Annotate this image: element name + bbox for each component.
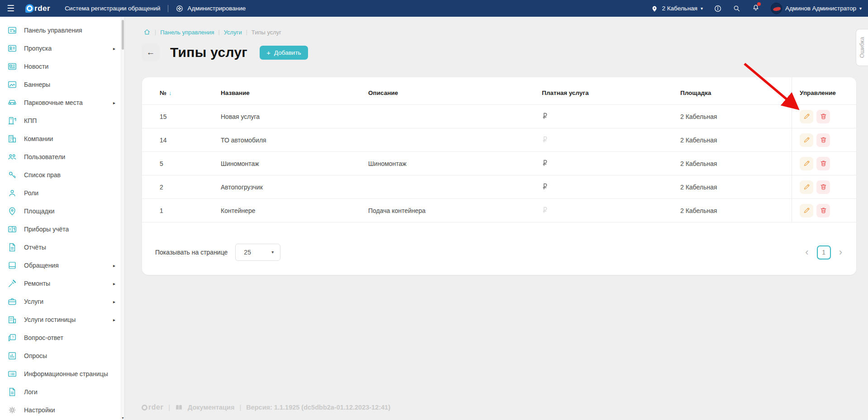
column-header-name: Название — [221, 86, 368, 96]
add-button[interactable]: + Добавить — [260, 46, 308, 60]
prev-page-button[interactable]: ‹ — [804, 247, 809, 257]
sidebar-item-companies[interactable]: Компании — [0, 130, 121, 148]
cell-manage — [792, 105, 856, 128]
trash-icon — [820, 183, 827, 191]
sidebar-item-info-pages[interactable]: Информационные страницы — [0, 365, 121, 383]
sidebar-item-requests[interactable]: Обращения ▸ — [0, 256, 121, 274]
app-logo: rder — [25, 4, 50, 13]
sidebar-item-users[interactable]: Пользователи — [0, 148, 121, 166]
trash-icon — [820, 160, 827, 167]
breadcrumb-link-dashboard[interactable]: Панель управления — [160, 29, 214, 36]
sidebar-item-settings[interactable]: Настройки — [0, 401, 121, 419]
cell-site: 2 Кабельная — [680, 137, 792, 144]
search-icon[interactable] — [733, 5, 741, 13]
meter-icon — [7, 224, 17, 234]
delete-service-button[interactable] — [816, 133, 830, 147]
location-selector[interactable]: 2 Кабельная ▾ — [650, 5, 703, 13]
cell-description: Подача контейнера — [368, 207, 542, 214]
id-card-icon — [7, 43, 17, 53]
chevron-right-icon: ▸ — [113, 299, 115, 304]
pagination-row: Показывать на странице 25 ▾ ‹ 1 › — [155, 242, 843, 262]
error-feedback-tab[interactable]: Ошибка — [856, 29, 868, 66]
footer-logo: rder — [142, 403, 163, 411]
cell-manage — [792, 152, 856, 175]
sidebar-item-checkpoint[interactable]: КПП — [0, 112, 121, 130]
cell-number: 1 — [160, 207, 221, 214]
sidebar-item-faq[interactable]: ? Вопрос-ответ — [0, 329, 121, 347]
sidebar-item-dashboard[interactable]: Панель управления — [0, 21, 121, 39]
screwdriver-icon — [7, 278, 17, 288]
plus-icon: + — [266, 49, 270, 56]
hamburger-menu-icon[interactable]: ☰ — [7, 4, 14, 13]
column-header-paid: Платная услуга — [542, 86, 680, 96]
scrollbar-thumb[interactable] — [122, 20, 124, 50]
ruble-icon — [542, 112, 680, 121]
sidebar-item-news[interactable]: Новости — [0, 57, 121, 76]
gate-icon — [7, 116, 17, 126]
section-administration[interactable]: Администрирование — [175, 5, 246, 13]
next-page-button[interactable]: › — [838, 247, 843, 257]
sidebar-item-sites[interactable]: Площадки — [0, 202, 121, 220]
edit-service-button[interactable] — [800, 157, 813, 170]
main-content: | Панель управления | Услуги | Типы услу… — [125, 17, 868, 420]
table-header: №↓ Название Описание Платная услуга Площ… — [142, 77, 856, 105]
sidebar-item-banners[interactable]: Баннеры — [0, 76, 121, 94]
sidebar-item-passes[interactable]: Пропуска ▸ — [0, 39, 121, 57]
chevron-right-icon: ▸ — [113, 317, 115, 322]
sidebar-scrollbar: ▼ — [121, 17, 125, 420]
edit-service-button[interactable] — [800, 133, 813, 147]
delete-service-button[interactable] — [816, 157, 830, 170]
pencil-icon — [803, 113, 811, 120]
cell-name: Автопогрузчик — [221, 184, 368, 191]
sidebar-item-services[interactable]: Услуги ▸ — [0, 293, 121, 311]
table-row: 15 Новая услуга 2 Кабельная — [142, 105, 856, 128]
edit-service-button[interactable] — [800, 204, 813, 217]
user-menu[interactable]: Админов Администратор ▾ — [771, 3, 862, 14]
sidebar-item-rights[interactable]: Список прав — [0, 166, 121, 184]
footer-logo-ring-icon — [142, 405, 147, 411]
key-icon — [7, 170, 17, 180]
sidebar-item-repairs[interactable]: Ремонты ▸ — [0, 274, 121, 293]
cell-site: 2 Кабельная — [680, 207, 792, 214]
users-icon — [7, 152, 17, 162]
column-header-number[interactable]: №↓ — [160, 86, 221, 96]
sidebar: Панель управления Пропуска ▸ Новости Бан… — [0, 17, 121, 420]
sidebar-item-polls[interactable]: Опросы — [0, 347, 121, 365]
person-icon — [7, 188, 17, 198]
sidebar-item-meters[interactable]: Приборы учёта — [0, 220, 121, 238]
edit-service-button[interactable] — [800, 180, 813, 194]
pencil-icon — [803, 207, 811, 214]
info-pages-icon — [7, 369, 17, 379]
sidebar-item-reports[interactable]: Отчёты — [0, 238, 121, 256]
page-size-select[interactable]: 25 ▾ — [235, 244, 280, 261]
scrollbar-down-arrow[interactable]: ▼ — [121, 416, 124, 420]
back-button[interactable]: ← — [142, 43, 160, 61]
sidebar-item-hotel-services[interactable]: Услуги гостиницы ▸ — [0, 311, 121, 329]
sidebar-item-parking[interactable]: Парковочные места ▸ — [0, 94, 121, 112]
edit-service-button[interactable] — [800, 110, 813, 123]
question-icon: ? — [7, 333, 17, 343]
sidebar-item-roles[interactable]: Роли — [0, 184, 121, 202]
delete-service-button[interactable] — [816, 180, 830, 194]
info-icon[interactable] — [714, 5, 722, 13]
table-row: 2 Автопогрузчик 2 Кабельная — [142, 175, 856, 199]
delete-service-button[interactable] — [816, 204, 830, 217]
current-page-button[interactable]: 1 — [817, 245, 831, 260]
home-icon[interactable] — [143, 28, 151, 36]
delete-service-button[interactable] — [816, 110, 830, 123]
chevron-down-icon: ▾ — [701, 6, 703, 11]
svg-text:?: ? — [12, 335, 14, 340]
cell-manage — [792, 175, 856, 198]
logo-pin-icon — [25, 4, 34, 13]
docs-link[interactable]: Документация — [188, 404, 235, 411]
chevron-right-icon: ▸ — [113, 100, 115, 105]
column-header-manage: Управление — [792, 77, 856, 104]
briefcase-icon — [7, 297, 17, 307]
sort-desc-icon: ↓ — [169, 90, 172, 96]
sidebar-item-logs[interactable]: Логи — [0, 383, 121, 401]
notifications-bell[interactable] — [752, 4, 760, 14]
breadcrumb-link-services[interactable]: Услуги — [224, 29, 242, 36]
screen: ☰ rder Система регистрации обращений Адм… — [0, 0, 868, 420]
car-icon — [7, 98, 17, 108]
chevron-down-icon: ▾ — [859, 6, 862, 11]
